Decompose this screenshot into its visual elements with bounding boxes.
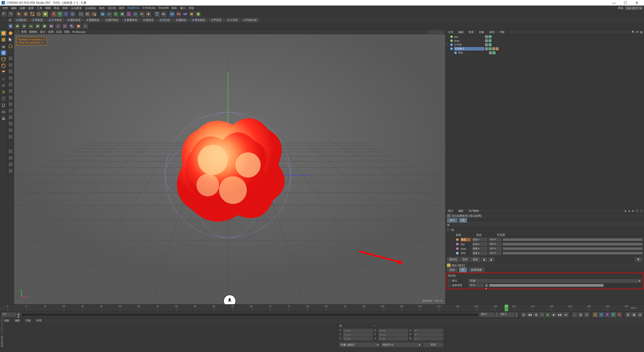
coord-size-select[interactable]: 绝对尺寸▾ bbox=[381, 342, 422, 347]
key-options[interactable]: ⚙ bbox=[584, 312, 589, 317]
playhead[interactable]: 133 bbox=[505, 304, 508, 311]
obj-bool[interactable] bbox=[48, 23, 54, 29]
obj-loft[interactable] bbox=[35, 23, 41, 29]
preset-9[interactable] bbox=[8, 108, 14, 114]
timeline-opt-3[interactable]: ⊞ bbox=[637, 312, 642, 317]
coord-input[interactable]: 0 ° bbox=[414, 329, 443, 332]
field-pill-线性域[interactable]: 线性域 bbox=[14, 18, 29, 22]
field-pill-圆环体域[interactable]: 圆环体域 bbox=[103, 18, 121, 22]
vp-nav-3[interactable] bbox=[436, 30, 440, 34]
menu-网格[interactable]: 网格 bbox=[44, 6, 52, 11]
axis-mode[interactable]: L bbox=[1, 76, 7, 82]
coord-input[interactable]: 0 cm bbox=[378, 329, 408, 332]
preset-2[interactable] bbox=[8, 62, 14, 68]
lock-icon[interactable] bbox=[1, 115, 7, 121]
field-pill-球体域[interactable]: 球体域 bbox=[30, 18, 45, 22]
material-manager[interactable] bbox=[0, 323, 337, 352]
nav-back-icon[interactable]: ◄ bbox=[623, 209, 627, 213]
menu-运动跟踪[interactable]: 运动跟踪 bbox=[84, 6, 98, 11]
coord-input[interactable]: 0 ° bbox=[414, 337, 443, 340]
preset-3[interactable] bbox=[8, 68, 14, 74]
close-button[interactable]: ✕ bbox=[631, 0, 642, 6]
timeline-ruler[interactable]: 0510152025303540455055606570758085909510… bbox=[0, 304, 644, 311]
poly-mode[interactable] bbox=[1, 69, 7, 75]
obj-tab-2[interactable]: 查看 bbox=[466, 30, 476, 34]
strength-slider[interactable] bbox=[489, 284, 641, 287]
render-view[interactable] bbox=[78, 11, 84, 17]
autokey-button[interactable]: ◉ bbox=[578, 312, 583, 317]
select-tool[interactable] bbox=[16, 11, 22, 17]
preset-12[interactable] bbox=[8, 127, 14, 133]
nav-up-icon[interactable]: ▲ bbox=[627, 209, 631, 213]
field-pill-立方体域[interactable]: 立方体域 bbox=[46, 18, 64, 22]
obj-array[interactable] bbox=[62, 23, 68, 29]
tree-row[interactable]: -立方体.1 bbox=[446, 47, 644, 51]
preset-15[interactable] bbox=[8, 155, 14, 161]
render-settings[interactable] bbox=[91, 11, 97, 17]
coord-input[interactable]: 0 cm bbox=[343, 333, 373, 336]
record-button[interactable]: ● bbox=[572, 312, 577, 317]
menu-RealFlow[interactable]: RealFlow bbox=[126, 6, 141, 11]
mode-radio[interactable] bbox=[448, 280, 451, 282]
field-btn-search[interactable]: 🔍 bbox=[635, 257, 642, 262]
nav-lock-icon[interactable]: ⬡ bbox=[635, 209, 639, 213]
maximize-button[interactable]: ☐ bbox=[620, 0, 631, 6]
preset-8[interactable] bbox=[8, 101, 14, 107]
attr-tab-1[interactable]: 编辑 bbox=[456, 209, 466, 213]
preset-14[interactable] bbox=[8, 148, 14, 154]
tree-row[interactable]: 球化 bbox=[446, 51, 644, 55]
coord-tab-1[interactable]: -- bbox=[373, 324, 375, 328]
vp-nav-4[interactable] bbox=[440, 30, 444, 34]
preset-1[interactable] bbox=[8, 55, 14, 61]
obj-sweep[interactable] bbox=[28, 23, 34, 29]
obj-instance[interactable] bbox=[69, 23, 75, 29]
field-btn-3[interactable]: ▮ bbox=[481, 257, 487, 262]
obj-tab-1[interactable]: 编辑 bbox=[456, 30, 466, 34]
uv-mode[interactable]: ⊞ bbox=[1, 82, 7, 89]
volume-tool[interactable] bbox=[160, 11, 167, 17]
z-axis-toggle[interactable]: Z bbox=[63, 11, 69, 17]
menu-编辑[interactable]: 编辑 bbox=[10, 6, 18, 11]
menu-X-Particles[interactable]: X-Particles bbox=[141, 6, 157, 11]
field-pill-Python域[interactable]: Python域 bbox=[241, 18, 259, 22]
obj-tab-5[interactable]: 书签 bbox=[497, 30, 507, 34]
attr-tab-2[interactable]: 用户数据 bbox=[466, 209, 481, 213]
layer-tab-2[interactable]: 效果强度 bbox=[468, 268, 485, 272]
key-rot[interactable]: R bbox=[605, 312, 610, 317]
preset-10[interactable] bbox=[8, 114, 14, 120]
menu-选择[interactable]: 选择 bbox=[27, 6, 35, 11]
menu-文件[interactable]: 文件 bbox=[1, 6, 10, 11]
viewport-3d[interactable]: Number of emitters: 0 Total live particl… bbox=[14, 34, 445, 304]
strength-spinner[interactable]: ▴▾ bbox=[485, 284, 488, 287]
viewport-panel-icon[interactable] bbox=[16, 30, 19, 33]
tree-row[interactable]: duo bbox=[446, 35, 644, 39]
object-mode[interactable] bbox=[1, 50, 7, 56]
field-btn-4[interactable]: ▮ bbox=[488, 257, 494, 262]
coord-mode-select[interactable]: 对象 (相对)▾ bbox=[339, 342, 380, 347]
lasso-tool[interactable] bbox=[8, 37, 14, 43]
object-tree[interactable]: duoshao+立方体-立方体.1球化 bbox=[446, 35, 644, 208]
btab-2[interactable]: 功能 bbox=[23, 318, 33, 323]
spline-tool[interactable] bbox=[106, 11, 112, 17]
preset-11[interactable] bbox=[8, 121, 14, 127]
field-row[interactable]: ✓duo添加 ▾100 % bbox=[446, 242, 644, 246]
camera-tool[interactable] bbox=[139, 11, 145, 17]
mograph-tool[interactable] bbox=[154, 11, 160, 17]
field-pill-圆柱体域[interactable]: 圆柱体域 bbox=[65, 18, 83, 22]
vp-menu-camera[interactable]: 摄像机 bbox=[29, 30, 37, 34]
attr-basic-tab-1[interactable]: 域 bbox=[459, 218, 467, 223]
minimize-button[interactable]: — bbox=[609, 0, 620, 6]
xp-tool[interactable]: XP bbox=[169, 11, 175, 17]
preset-4[interactable] bbox=[8, 75, 14, 81]
field-btn-2[interactable]: 修改 bbox=[471, 257, 480, 262]
tree-row[interactable]: +立方体 bbox=[446, 43, 644, 47]
field-pill-胶囊体域[interactable]: 胶囊体域 bbox=[122, 18, 140, 22]
vp-menu-prorender[interactable]: ProRender bbox=[72, 30, 86, 33]
obj-meta[interactable] bbox=[75, 23, 82, 29]
workplane-icon[interactable] bbox=[1, 109, 7, 115]
nav-fwd-icon[interactable]: ► bbox=[631, 209, 635, 213]
environment-tool[interactable] bbox=[132, 11, 138, 17]
quantize[interactable] bbox=[1, 96, 7, 102]
menu-运动图形[interactable]: 运动图形 bbox=[69, 6, 84, 11]
frame-cur-spinner[interactable] bbox=[496, 313, 498, 317]
